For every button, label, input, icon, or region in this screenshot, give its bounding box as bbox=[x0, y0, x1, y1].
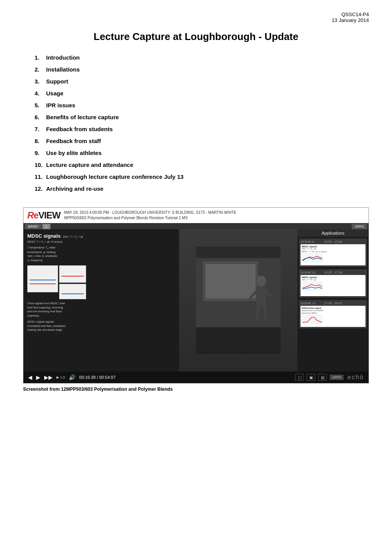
toc-item-5: 5. IPR issues bbox=[35, 102, 369, 108]
nav-tab-apps[interactable]: APPS bbox=[352, 224, 367, 229]
toc-item-10: 10. Lecture capture and attendance bbox=[35, 162, 369, 168]
toc-number-8: 8. bbox=[35, 138, 46, 144]
toc-item-3: 3. Support bbox=[35, 78, 369, 85]
document-ref: QSSC14-P4 bbox=[23, 12, 369, 17]
player-right-panel: Applications SCENE 6 15:05 - 15:38 MDSC … bbox=[297, 229, 369, 372]
slide-original-signals: MDSC original signals: modulated heat fl… bbox=[27, 320, 175, 332]
svg-rect-3 bbox=[206, 264, 256, 298]
toc-item-6: 6. Benefits of lecture capture bbox=[35, 114, 369, 120]
toc-item-7: 7. Feedback from students bbox=[35, 126, 369, 132]
thumbnail-1[interactable]: SCENE 6 15:05 - 15:38 MDSC signals DSC: … bbox=[299, 238, 367, 267]
document-date: 13 January 2014 bbox=[23, 17, 369, 23]
nav-spacer bbox=[51, 224, 351, 229]
toc-item-9: 9. Use by elite athletes bbox=[35, 150, 369, 156]
chart-area bbox=[27, 265, 175, 299]
thumb-3-content: Differential signal temperature of a mis… bbox=[301, 306, 365, 327]
document-header: QSSC14-P4 13 January 2014 bbox=[23, 12, 369, 23]
player-title: MAY 29, 2013 4:00:00 PM - LOUGHBOROUGH U… bbox=[64, 210, 236, 221]
toc-number-6: 6. bbox=[35, 114, 46, 120]
volume-button[interactable]: 🔊 bbox=[69, 374, 75, 380]
lecture-video-svg bbox=[196, 247, 281, 354]
slide-formula2: MDSC: T = Ts + φt +A sin(ωt) bbox=[27, 240, 175, 244]
echo-logo: echō bbox=[347, 374, 364, 381]
page-title: Lecture Capture at Loughborough - Update bbox=[23, 31, 369, 43]
player-title-line1: MAY 29, 2013 4:00:00 PM - LOUGHBOROUGH U… bbox=[64, 210, 236, 215]
thumb-3-header: SCENE 11 17:30 - 18:57 bbox=[301, 302, 365, 305]
layout-icon-1[interactable]: ▣ bbox=[307, 374, 315, 381]
toc-label-5: IPR issues bbox=[46, 102, 75, 108]
toc-item-8: 8. Feedback from staff bbox=[35, 138, 369, 144]
toc-number-10: 10. bbox=[35, 162, 46, 168]
apps-button[interactable]: APPS bbox=[330, 375, 344, 380]
toc-label-7: Feedback from students bbox=[46, 126, 113, 132]
chart-boxes-right bbox=[59, 265, 86, 299]
play-button[interactable]: ▶ bbox=[36, 374, 40, 380]
toc-label-9: Use by elite athletes bbox=[46, 150, 101, 156]
thumbnail-2[interactable]: SCENE 10 15:35 - 17:28 MDSC signals DSC:… bbox=[299, 269, 367, 298]
svg-line-8 bbox=[257, 306, 258, 320]
player-center-panel bbox=[179, 229, 297, 372]
toc-number-1: 1. bbox=[35, 54, 46, 61]
table-of-contents: 1. Introduction 2. Installations 3. Supp… bbox=[35, 54, 369, 192]
player-title-line2: MPP503/603 Polymerisation and Polymer Bl… bbox=[64, 215, 236, 221]
toc-label-12: Archiving and re-use bbox=[46, 185, 103, 192]
nav-tab-brief[interactable]: BRIEF bbox=[25, 224, 42, 229]
thumb-1-content: MDSC signals DSC: T = Ts + φtMDSC: T = T… bbox=[301, 244, 365, 265]
chart-red-line-2 bbox=[61, 276, 84, 277]
toc-number-3: 3. bbox=[35, 78, 46, 85]
toc-label-8: Feedback from staff bbox=[46, 138, 101, 144]
slide-caption: Three signals from MDSC: total heat flow… bbox=[27, 302, 175, 318]
toc-label-6: Benefits of lecture capture bbox=[46, 114, 119, 120]
svg-point-4 bbox=[257, 276, 266, 287]
svg-rect-12 bbox=[302, 281, 323, 291]
skip-button[interactable]: ▶▶ bbox=[44, 374, 53, 380]
current-time: 00:16:38 / 00:54:07 bbox=[79, 375, 116, 380]
thumb-chart-svg-3 bbox=[302, 315, 323, 324]
applications-header: Applications bbox=[297, 229, 369, 237]
player-left-panel: MDSC signals DSC: T = Ts + φt MDSC: T = … bbox=[23, 229, 179, 372]
thumb-1-inner: MDSC signals DSC: T = Ts + φtMDSC: T = T… bbox=[301, 244, 365, 264]
toc-item-4: 4. Usage bbox=[35, 90, 369, 97]
toc-label-11: Loughborough lecture capture conference … bbox=[46, 173, 184, 180]
toc-number-9: 9. bbox=[35, 150, 46, 156]
toc-item-11: 11. Loughborough lecture capture confere… bbox=[35, 173, 369, 180]
svg-line-9 bbox=[264, 306, 266, 320]
chart-box-3 bbox=[59, 284, 86, 299]
rewind-button[interactable]: ◀ bbox=[28, 374, 32, 380]
screenshot-section: ReVIEW MAY 29, 2013 4:00:00 PM - LOUGHBO… bbox=[23, 207, 369, 392]
screenshot-caption: Screenshot from 12MPP503/603 Polymerisat… bbox=[23, 387, 369, 392]
toc-number-4: 4. bbox=[35, 90, 46, 97]
chart-red-line bbox=[30, 283, 56, 284]
screen-icon[interactable]: ▢ bbox=[295, 374, 304, 381]
nav-tab-2[interactable]: 2 bbox=[42, 224, 50, 229]
thumbnail-3[interactable]: SCENE 11 17:30 - 18:57 Differential sign… bbox=[299, 300, 367, 328]
chart-box-2 bbox=[59, 265, 86, 283]
player-nav-tabs[interactable]: BRIEF 2 APPS bbox=[23, 223, 369, 229]
toc-item-1: 1. Introduction bbox=[35, 54, 369, 61]
thumb-chart-svg-2 bbox=[302, 281, 323, 291]
toc-number-11: 11. bbox=[35, 173, 46, 180]
toc-label-3: Support bbox=[46, 78, 68, 85]
toc-item-12: 12. Archiving and re-use bbox=[35, 185, 369, 192]
review-player: ReVIEW MAY 29, 2013 4:00:00 PM - LOUGHBO… bbox=[23, 207, 369, 383]
speed-indicator: ▶ 1.0 bbox=[56, 375, 65, 379]
thumb-chart-svg bbox=[302, 253, 323, 263]
player-main: MDSC signals DSC: T = Ts + φt MDSC: T = … bbox=[23, 229, 369, 372]
control-icons: ▢ ▣ ▤ APPS bbox=[295, 374, 344, 381]
svg-rect-11 bbox=[302, 253, 323, 263]
toc-number-7: 7. bbox=[35, 126, 46, 132]
applications-content: SCENE 6 15:05 - 15:38 MDSC signals DSC: … bbox=[297, 237, 369, 372]
lecture-video bbox=[179, 229, 297, 372]
thumb-2-content: MDSC signals DSC: T = Ts + φt bbox=[301, 275, 365, 296]
layout-icon-2[interactable]: ▤ bbox=[318, 374, 327, 381]
toc-label-4: Usage bbox=[46, 90, 63, 97]
toc-number-12: 12. bbox=[35, 185, 46, 192]
toc-item-2: 2. Installations bbox=[35, 66, 369, 73]
toc-number-2: 2. bbox=[35, 66, 46, 73]
chart-box-1 bbox=[27, 265, 58, 292]
toc-label-2: Installations bbox=[46, 66, 80, 73]
slide-info-text: T temperature; Ts initial temperature; φ… bbox=[27, 246, 175, 263]
toc-number-5: 5. bbox=[35, 102, 46, 108]
player-controls: ◀ ▶ ▶▶ ▶ 1.0 🔊 00:16:38 / 00:54:07 ▢ ▣ ▤… bbox=[23, 372, 369, 383]
thumb-3-inner: Differential signal temperature of a mis… bbox=[301, 306, 365, 326]
